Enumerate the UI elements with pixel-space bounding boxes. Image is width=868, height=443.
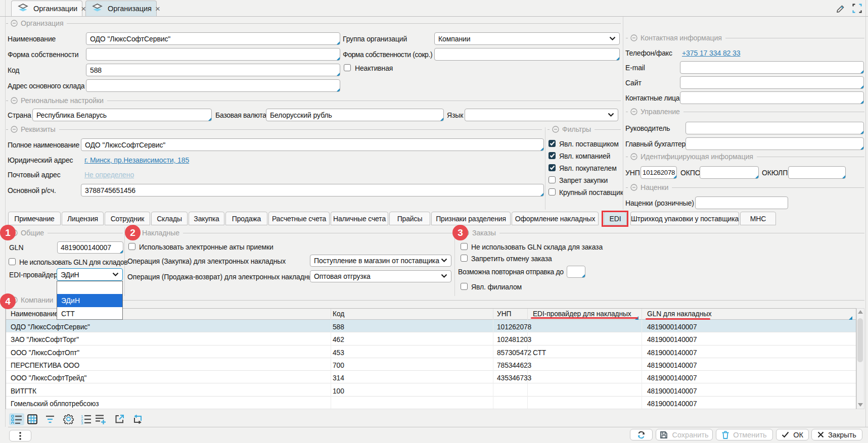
svg-text:3: 3 bbox=[81, 421, 83, 424]
